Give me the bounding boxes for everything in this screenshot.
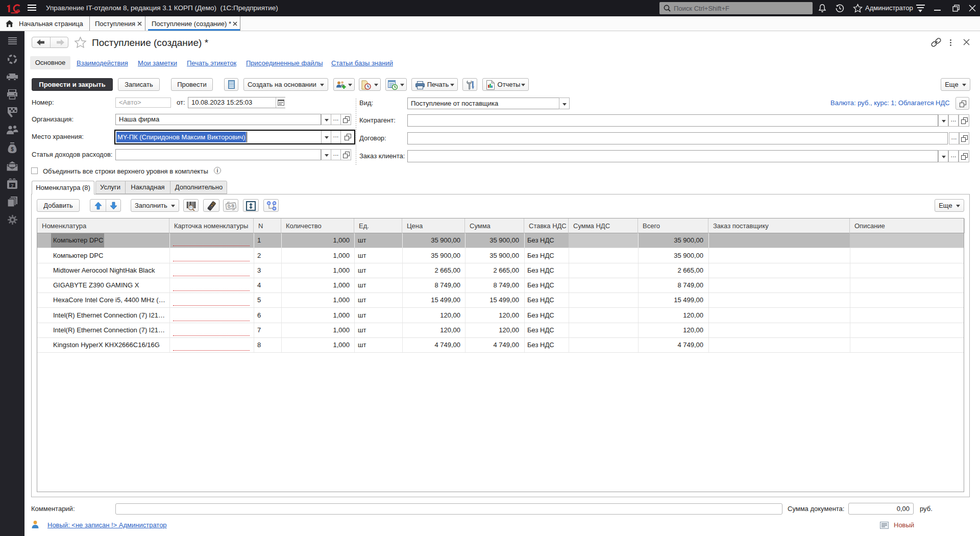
svg-text:0-9: 0-9 (228, 203, 235, 209)
svg-text:7: 7 (11, 183, 13, 188)
svg-text:$: $ (11, 147, 14, 152)
